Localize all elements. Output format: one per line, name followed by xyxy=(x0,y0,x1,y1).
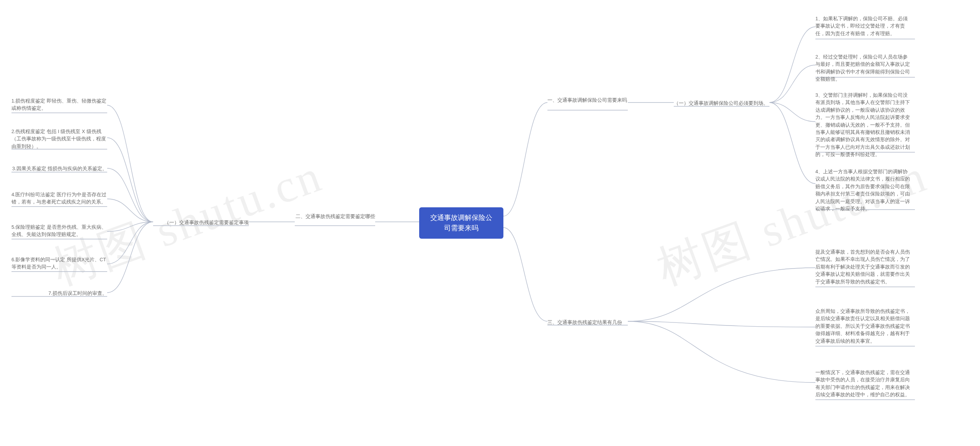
leaf-r1-3: 3、交警部门主持调解时，如果保险公司没有派员到场，其他当事人在交警部门主持下达成… xyxy=(815,92,911,158)
leaf-l2-7: 7.损伤后误工时间的审查。 xyxy=(11,290,107,297)
leaf-r1-2: 2、经过交警处理时，保险公司人员在场参与最好，而且要把赔偿的金额写入事故认定书和… xyxy=(815,54,911,83)
root-node[interactable]: 交通事故调解保险公司需要来吗 xyxy=(419,207,503,239)
leaf-l2-5: 5.保险理赔鉴定 是否意外伤残、重大疾病、全残、失能达到保险理赔规定。 xyxy=(11,224,107,239)
leaf-l2-4: 4.医疗纠纷司法鉴定 医疗行为中是否存在过错，若有，与患者死亡或残疾之间的关系。 xyxy=(11,191,107,206)
leaf-r3-2: 众所周知，交通事故所导致的伤残鉴定书，是后续交通事故责任认定以及相关赔偿问题的重… xyxy=(815,308,911,345)
branch-right-3[interactable]: 三、交通事故伤残鉴定结果有几份 xyxy=(547,319,628,326)
leaf-l2-6: 6.影像学资料的同一认定 所提供X光片、CT等资料是否为同一人。 xyxy=(11,256,107,271)
branch-left-2-sub[interactable]: （一）交通事故伤残鉴定需要鉴定事项 xyxy=(153,219,249,226)
leaf-l2-2: 2.伤残程度鉴定 包括 I 级伤残至 X 级伤残（工伤事故称为一级伤残至十级伤残… xyxy=(11,128,107,150)
leaf-r3-3: 一般情况下，交通事故伤残鉴定，需在交通事故中受伤的人员，在接受治疗并康复后向有关… xyxy=(815,369,911,399)
branch-right-1[interactable]: 一、交通事故调解保险公司需要来吗 xyxy=(547,96,628,104)
leaf-r3-1: 提及交通事故，首先想到的是否会有人员伤亡情况。如果不幸出现人员伤亡情况，为了后期… xyxy=(815,249,911,286)
leaf-r1-1: 1、如果私下调解的，保险公司不赔。必须要事故认定书，即经过交警处理，才有责任，因… xyxy=(815,15,911,37)
branch-right-1-sub[interactable]: （一）交通事故调解保险公司必须要到场。 xyxy=(674,99,769,107)
branch-left-2[interactable]: 二、交通事故伤残鉴定需要鉴定哪些 xyxy=(295,213,375,220)
leaf-r1-4: 4、上述一方当事人根据交警部门的调解协议或人民法院的相关法律文书，履行相应的赔偿… xyxy=(815,168,911,213)
leaf-l2-3: 3.因果关系鉴定 指损伤与疾病的关系鉴定。 xyxy=(11,165,107,173)
leaf-l2-1: 1.损伤程度鉴定 即轻伤、重伤、轻微伤鉴定或称伤情鉴定。 xyxy=(11,98,107,112)
